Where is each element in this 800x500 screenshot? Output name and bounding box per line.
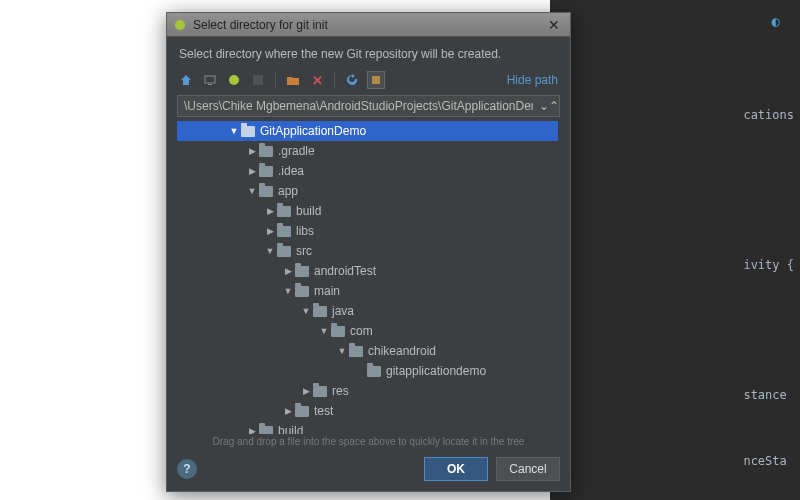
tree-node[interactable]: ▼chikeandroid [177, 341, 568, 361]
chevron-down-icon[interactable]: ▼ [281, 286, 295, 296]
cancel-button[interactable]: Cancel [496, 457, 560, 481]
tree-node-label: test [314, 404, 333, 418]
tree-node-label: chikeandroid [368, 344, 436, 358]
folder-icon [241, 126, 255, 137]
tree-node-label: java [332, 304, 354, 318]
chevron-down-icon[interactable]: ▼ [245, 186, 259, 196]
chevron-right-icon[interactable]: ▶ [245, 146, 259, 156]
svg-rect-1 [205, 76, 215, 83]
project-icon[interactable] [225, 71, 243, 89]
tree-node-label: androidTest [314, 264, 376, 278]
svg-point-3 [229, 75, 239, 85]
tree-node[interactable]: ▶libs [177, 221, 568, 241]
chevron-right-icon[interactable]: ▶ [245, 166, 259, 176]
tree-node-label: build [278, 424, 303, 434]
folder-icon [367, 366, 381, 377]
directory-tree[interactable]: ▼GitApplicationDemo▶.gradle▶.idea▼app▶bu… [177, 121, 568, 434]
folder-icon [277, 226, 291, 237]
help-icon[interactable]: ? [177, 459, 197, 479]
tree-node-label: build [296, 204, 321, 218]
drop-hint: Drag and drop a file into the space abov… [167, 434, 570, 451]
svg-rect-4 [253, 75, 263, 85]
chevron-down-icon[interactable]: ▼ [299, 306, 313, 316]
chevron-right-icon[interactable]: ▶ [263, 226, 277, 236]
folder-icon [259, 166, 273, 177]
ok-button[interactable]: OK [424, 457, 488, 481]
folder-icon [277, 206, 291, 217]
history-dropdown-icon[interactable]: ⌄⌃ [539, 99, 559, 113]
speedometer-icon: ◐ [772, 10, 780, 32]
tree-node[interactable]: ▼src [177, 241, 568, 261]
folder-icon [295, 266, 309, 277]
folder-icon [277, 246, 291, 257]
path-input[interactable] [178, 96, 539, 116]
folder-icon [295, 286, 309, 297]
tree-node-label: app [278, 184, 298, 198]
toolbar-separator [334, 72, 335, 88]
toolbar: ✕ Hide path [167, 69, 570, 93]
titlebar[interactable]: Select directory for git init ✕ [167, 13, 570, 37]
code-frag: stance [743, 384, 794, 406]
svg-rect-5 [372, 76, 380, 84]
toolbar-separator [275, 72, 276, 88]
chevron-right-icon[interactable]: ▶ [299, 386, 313, 396]
editor-background: ◐ cations ivity { stance nceSta ctivit [550, 0, 800, 500]
tree-node[interactable]: ▼main [177, 281, 568, 301]
tree-node-label: .idea [278, 164, 304, 178]
chevron-right-icon[interactable]: ▶ [281, 406, 295, 416]
hide-path-link[interactable]: Hide path [507, 73, 560, 87]
desktop-icon[interactable] [201, 71, 219, 89]
tree-node[interactable]: gitapplicationdemo [177, 361, 568, 381]
directory-chooser-dialog: Select directory for git init ✕ Select d… [166, 12, 571, 492]
chevron-down-icon[interactable]: ▼ [263, 246, 277, 256]
delete-icon[interactable]: ✕ [308, 71, 326, 89]
new-folder-icon[interactable] [284, 71, 302, 89]
folder-icon [349, 346, 363, 357]
tree-node[interactable]: ▶build [177, 201, 568, 221]
folder-icon [259, 146, 273, 157]
chevron-right-icon[interactable]: ▶ [245, 426, 259, 434]
chevron-right-icon[interactable]: ▶ [263, 206, 277, 216]
android-studio-icon [173, 18, 187, 32]
close-icon[interactable]: ✕ [544, 17, 564, 33]
tree-node-label: .gradle [278, 144, 315, 158]
chevron-down-icon[interactable]: ▼ [335, 346, 349, 356]
code-frag: ivity { [743, 254, 794, 276]
tree-node[interactable]: ▶androidTest [177, 261, 568, 281]
dialog-title: Select directory for git init [193, 18, 544, 32]
code-frag: nceSta [743, 450, 794, 472]
button-row: ? OK Cancel [167, 451, 570, 491]
tree-node-label: GitApplicationDemo [260, 124, 366, 138]
tree-node[interactable]: ▶.gradle [177, 141, 568, 161]
tree-node[interactable]: ▼app [177, 181, 568, 201]
home-icon[interactable] [177, 71, 195, 89]
chevron-down-icon[interactable]: ▼ [227, 126, 241, 136]
tree-node-label: com [350, 324, 373, 338]
tree-node-label: src [296, 244, 312, 258]
svg-rect-2 [208, 84, 212, 85]
module-icon[interactable] [249, 71, 267, 89]
tree-node[interactable]: ▼java [177, 301, 568, 321]
refresh-icon[interactable] [343, 71, 361, 89]
tree-node[interactable]: ▶build [177, 421, 568, 434]
folder-icon [259, 426, 273, 435]
path-field-row: ⌄⌃ [177, 95, 560, 117]
folder-icon [259, 186, 273, 197]
tree-node-label: res [332, 384, 349, 398]
tree-node-label: gitapplicationdemo [386, 364, 486, 378]
tree-node[interactable]: ▼GitApplicationDemo [177, 121, 558, 141]
folder-icon [313, 306, 327, 317]
code-frag: cations [743, 104, 794, 126]
folder-icon [295, 406, 309, 417]
folder-icon [331, 326, 345, 337]
tree-node[interactable]: ▶test [177, 401, 568, 421]
tree-node[interactable]: ▼com [177, 321, 568, 341]
tree-node[interactable]: ▶.idea [177, 161, 568, 181]
show-hidden-icon[interactable] [367, 71, 385, 89]
tree-node[interactable]: ▶res [177, 381, 568, 401]
tree-node-label: main [314, 284, 340, 298]
chevron-right-icon[interactable]: ▶ [281, 266, 295, 276]
dialog-subtitle: Select directory where the new Git repos… [167, 37, 570, 69]
chevron-down-icon[interactable]: ▼ [317, 326, 331, 336]
folder-icon [313, 386, 327, 397]
